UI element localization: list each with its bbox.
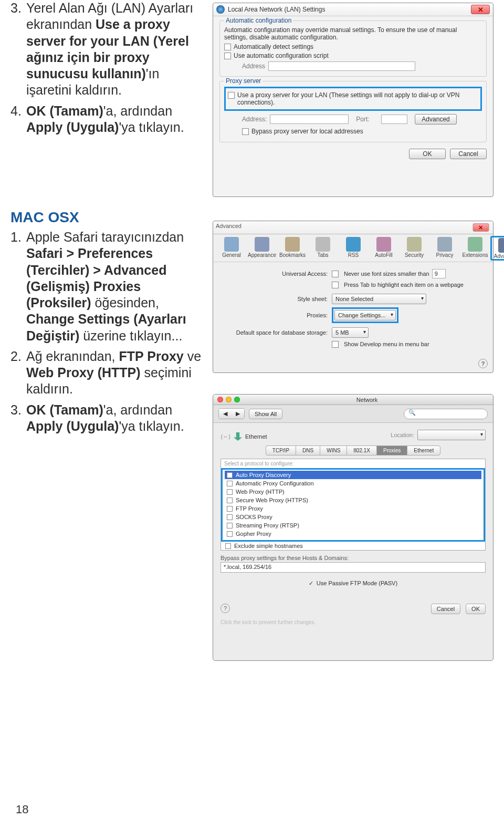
help-icon[interactable]: ? xyxy=(478,359,488,368)
network-tab-ethernet[interactable]: Ethernet xyxy=(407,445,440,455)
develop-menu-checkbox[interactable] xyxy=(332,341,339,348)
cancel-button[interactable]: Cancel xyxy=(450,149,487,159)
safari-title: Advanced xyxy=(216,223,471,232)
proxy-address-input[interactable] xyxy=(270,115,349,124)
protocol-item[interactable]: Automatic Proxy Configuration xyxy=(225,479,481,488)
tab-label: Appearance xyxy=(247,252,277,258)
protocol-checkbox[interactable] xyxy=(227,531,233,537)
press-tab-checkbox[interactable] xyxy=(332,282,339,288)
advanced-button[interactable]: Advanced xyxy=(415,114,456,125)
safari-tab-appearance[interactable]: Appearance xyxy=(247,236,277,261)
proxies-label: Proxies: xyxy=(222,312,332,318)
search-input[interactable]: 🔍 xyxy=(404,409,488,419)
step-item: 3.Yerel Alan Ağı (LAN) Ayarları ekranınd… xyxy=(10,0,202,99)
stylesheet-label: Style sheet: xyxy=(222,296,332,302)
bypass-hosts-input[interactable]: *.local, 169.254/16 xyxy=(220,562,486,573)
address-input[interactable] xyxy=(268,61,415,71)
protocol-label: Gopher Proxy xyxy=(236,531,271,537)
location-select[interactable] xyxy=(417,430,486,440)
bypass-checkbox[interactable] xyxy=(242,128,249,135)
font-size-checkbox[interactable] xyxy=(332,271,339,277)
safari-tab-privacy[interactable]: Privacy xyxy=(429,236,460,261)
protocol-checkbox[interactable] xyxy=(227,489,233,495)
network-icon xyxy=(216,5,225,14)
safari-tab-tabs[interactable]: Tabs xyxy=(308,236,338,261)
tab-label: AutoFill xyxy=(369,252,399,258)
select-protocol-label: Select a protocol to configure: xyxy=(221,459,485,468)
protocol-checkbox[interactable] xyxy=(227,514,233,520)
safari-tab-advanced[interactable]: Advanced xyxy=(490,236,504,261)
ok-button[interactable]: OK xyxy=(409,149,446,159)
tab-label: Extensions xyxy=(460,252,490,258)
network-ok-button[interactable]: OK xyxy=(466,604,486,614)
minimize-dot-icon[interactable] xyxy=(226,397,232,402)
close-icon[interactable]: ✕ xyxy=(471,5,490,14)
network-tab-dns[interactable]: DNS xyxy=(296,445,320,455)
network-tab-tcp/ip[interactable]: TCP/IP xyxy=(266,445,296,455)
use-proxy-checkbox[interactable] xyxy=(228,92,235,99)
tab-label: Security xyxy=(399,252,429,258)
protocol-item[interactable]: Auto Proxy Discovery xyxy=(225,471,481,479)
db-storage-select[interactable]: 5 MB xyxy=(332,327,369,338)
safari-prefs-dialog: Advanced ✕ GeneralAppearanceBookmarksTab… xyxy=(213,221,494,373)
tab-label: General xyxy=(216,252,247,258)
step-number: 3. xyxy=(10,0,26,99)
protocol-item[interactable]: FTP Proxy xyxy=(225,504,481,513)
protocol-checkbox[interactable] xyxy=(227,481,233,486)
zoom-dot-icon[interactable] xyxy=(234,397,240,402)
step-body: Ağ ekranından, FTP Proxy ve Web Proxy (H… xyxy=(26,348,202,398)
safari-tab-rss[interactable]: RSS xyxy=(338,236,369,261)
help-icon[interactable]: ? xyxy=(220,604,230,613)
protocol-item[interactable]: Web Proxy (HTTP) xyxy=(225,488,481,496)
safari-tab-bookmarks[interactable]: Bookmarks xyxy=(277,236,308,261)
font-size-cb-label: Never use font sizes smaller than xyxy=(344,271,429,277)
protocol-item[interactable]: Streaming Proxy (RTSP) xyxy=(225,521,481,530)
close-icon[interactable]: ✕ xyxy=(473,223,489,231)
traffic-lights[interactable] xyxy=(217,397,240,402)
step-item: 2.Ağ ekranından, FTP Proxy ve Web Proxy … xyxy=(10,348,202,398)
stylesheet-select[interactable]: None Selected xyxy=(332,294,426,304)
proxy-server-group: Proxy server Use a proxy server for your… xyxy=(219,81,487,142)
exclude-hostnames-label: Exclude simple hostnames xyxy=(234,543,303,549)
address-label: Address xyxy=(242,63,265,70)
exclude-hostnames-checkbox[interactable] xyxy=(225,543,231,549)
safari-tab-autofill[interactable]: AutoFill xyxy=(369,236,399,261)
step-number: 4. xyxy=(10,103,26,136)
pasv-checkbox[interactable]: ✓ xyxy=(309,580,313,587)
nav-back-forward[interactable]: ◀▶ xyxy=(218,408,245,419)
auto-desc: Automatic configuration may override man… xyxy=(224,26,482,41)
appearance-icon xyxy=(255,237,269,252)
lan-steps: 3.Yerel Alan Ağı (LAN) Ayarları ekranınd… xyxy=(10,0,202,136)
port-input[interactable] xyxy=(381,115,407,124)
auto-detect-checkbox[interactable] xyxy=(224,44,231,50)
use-script-checkbox[interactable] xyxy=(224,53,231,59)
proxy-msg-text: Use a proxy server for your LAN (These s… xyxy=(237,91,478,106)
safari-tab-security[interactable]: Security xyxy=(399,236,429,261)
network-cancel-button[interactable]: Cancel xyxy=(431,604,460,614)
tab-label: Advanced xyxy=(492,253,504,259)
safari-tab-general[interactable]: General xyxy=(216,236,247,261)
bypass-hosts-label: Bypass proxy settings for these Hosts & … xyxy=(220,555,486,561)
safari-tab-extensions[interactable]: Extensions xyxy=(460,236,490,261)
proxy-address-label: Address: xyxy=(242,116,267,123)
step-item: 4.OK (Tamam)'a, ardından Apply (Uygula)'… xyxy=(10,103,202,136)
protocol-item[interactable]: SOCKS Proxy xyxy=(225,513,481,521)
protocol-checkbox[interactable] xyxy=(227,506,233,512)
location-label: Location: xyxy=(391,432,414,438)
close-dot-icon[interactable] xyxy=(217,397,223,402)
protocol-item[interactable]: Secure Web Proxy (HTTPS) xyxy=(225,496,481,504)
network-tab-wins[interactable]: WINS xyxy=(320,445,346,455)
step-number: 1. xyxy=(10,229,26,344)
protocol-item[interactable]: Gopher Proxy xyxy=(225,530,481,538)
protocol-checkbox[interactable] xyxy=(227,498,233,503)
proxy-legend: Proxy server xyxy=(224,77,262,85)
show-all-button[interactable]: Show All xyxy=(249,409,282,419)
step-body: OK (Tamam)'a, ardından Apply (Uygula)'ya… xyxy=(26,402,202,435)
change-settings-button[interactable]: Change Settings... xyxy=(334,310,396,320)
font-size-input[interactable]: 9 xyxy=(432,269,446,278)
network-title: Network xyxy=(245,397,489,403)
network-tab-8021x[interactable]: 802.1X xyxy=(346,445,376,455)
protocol-checkbox[interactable] xyxy=(227,523,233,529)
network-tab-proxies[interactable]: Proxies xyxy=(376,445,407,455)
protocol-checkbox[interactable] xyxy=(227,472,233,478)
